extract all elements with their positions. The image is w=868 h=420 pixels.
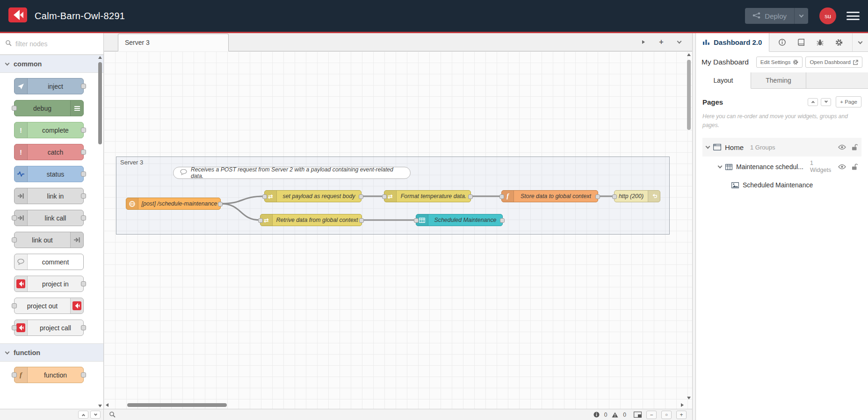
output-port[interactable]: [81, 149, 86, 155]
scroll-right-arrow[interactable]: [681, 403, 684, 407]
navigator-toggle-button[interactable]: [634, 412, 642, 418]
flow-node-ui-table[interactable]: Scheduled Maintenance: [416, 214, 503, 226]
zoom-reset-button[interactable]: ○: [661, 411, 672, 419]
palette-node-complete[interactable]: ! complete: [14, 122, 84, 138]
palette-node-link-call[interactable]: link call: [14, 210, 84, 226]
expand-all-button[interactable]: [821, 98, 831, 106]
flow-node-http-response[interactable]: http (200): [614, 190, 660, 202]
input-port[interactable]: [414, 218, 419, 223]
output-port[interactable]: [81, 325, 86, 330]
settings-gear-icon[interactable]: [833, 36, 845, 49]
palette-node-function[interactable]: f function: [14, 367, 84, 383]
scroll-down-arrow[interactable]: [98, 405, 102, 407]
palette-node-inject[interactable]: inject: [14, 78, 84, 94]
palette-category-function[interactable]: function: [0, 343, 103, 362]
edit-settings-button[interactable]: Edit Settings: [756, 57, 803, 68]
collapse-all-button[interactable]: [808, 98, 818, 106]
palette-node-link-in[interactable]: link in: [14, 188, 84, 204]
scrollbar-thumb[interactable]: [98, 62, 102, 144]
add-page-button[interactable]: + Page: [836, 96, 861, 107]
flow-node-format-temperature[interactable]: ⇄ Format temperature data.: [384, 190, 471, 202]
scroll-down-arrow[interactable]: [687, 397, 691, 399]
user-avatar[interactable]: su: [819, 7, 836, 24]
output-port[interactable]: [359, 194, 363, 199]
flow-node-http-in[interactable]: [post] /schedule-maintenance: [126, 198, 221, 210]
scroll-tabs-right-icon[interactable]: [638, 36, 649, 48]
flow-node-retrieve-global-context[interactable]: ⇄ Retrive data from global context: [260, 214, 362, 226]
help-book-icon[interactable]: [795, 36, 807, 49]
sidebar-menu-caret[interactable]: [852, 33, 868, 51]
lock-open-icon[interactable]: [852, 144, 858, 150]
collapse-all-categories-button[interactable]: [78, 411, 88, 419]
output-port[interactable]: [218, 202, 223, 206]
input-port[interactable]: [382, 194, 387, 199]
input-port[interactable]: [258, 218, 263, 223]
zoom-in-button[interactable]: +: [676, 411, 687, 419]
input-port[interactable]: [12, 215, 17, 221]
output-port[interactable]: [81, 372, 86, 377]
output-port[interactable]: [359, 218, 364, 223]
output-port[interactable]: [81, 281, 86, 286]
palette-category-common[interactable]: common: [0, 55, 103, 73]
search-flows-button[interactable]: [109, 412, 116, 418]
tree-row-widget-scheduled-maintenance[interactable]: Scheduled Maintenance: [702, 177, 861, 193]
flow-canvas[interactable]: Server 3 Receives a POST request from Se…: [104, 51, 692, 409]
flow-node-store-global-context[interactable]: f Store data to global context: [501, 190, 598, 202]
scroll-up-arrow[interactable]: [687, 53, 691, 56]
expand-all-categories-button[interactable]: [90, 411, 101, 419]
deploy-options-caret[interactable]: [794, 8, 808, 24]
canvas-vertical-scrollbar[interactable]: [686, 51, 692, 401]
flow-node-set-payload[interactable]: ⇄ set payload as request body: [264, 190, 362, 202]
tab-theming[interactable]: Theming: [751, 72, 806, 88]
output-port[interactable]: [81, 215, 86, 221]
add-flow-button[interactable]: +: [656, 36, 667, 48]
palette-node-project-in[interactable]: project in: [14, 276, 84, 292]
input-port[interactable]: [12, 237, 17, 242]
tab-dashboard-2[interactable]: Dashboard 2.0: [696, 33, 769, 52]
zoom-out-button[interactable]: −: [646, 411, 657, 419]
input-port[interactable]: [612, 194, 617, 199]
debug-bug-icon[interactable]: [814, 36, 826, 49]
palette-node-comment[interactable]: comment: [14, 254, 84, 270]
scrollbar-thumb[interactable]: [127, 403, 227, 407]
output-port[interactable]: [468, 194, 473, 199]
main-menu-icon[interactable]: [846, 11, 860, 21]
scroll-left-arrow[interactable]: [106, 403, 108, 407]
deploy-button[interactable]: Deploy: [745, 8, 808, 24]
chevron-down-icon[interactable]: [706, 144, 710, 149]
output-port[interactable]: [81, 128, 86, 133]
eye-visibility-icon[interactable]: [838, 144, 846, 150]
palette-scrollbar[interactable]: [97, 55, 103, 409]
flow-node-comment[interactable]: Receives a POST request from Server 2 wi…: [173, 167, 411, 179]
input-port[interactable]: [12, 106, 17, 111]
palette-node-debug[interactable]: debug: [14, 100, 84, 116]
lock-open-icon[interactable]: [852, 164, 858, 170]
info-tab-icon[interactable]: [776, 36, 788, 49]
input-port[interactable]: [262, 194, 267, 199]
wire[interactable]: [221, 196, 264, 204]
input-port[interactable]: [12, 325, 17, 330]
eye-visibility-icon[interactable]: [838, 164, 846, 170]
output-port[interactable]: [81, 171, 86, 177]
palette-node-project-out[interactable]: project out: [14, 298, 84, 314]
palette-search-input[interactable]: [15, 40, 98, 48]
wire[interactable]: [221, 204, 260, 220]
scrollbar-thumb[interactable]: [687, 60, 691, 130]
output-port[interactable]: [500, 218, 505, 223]
input-port[interactable]: [12, 303, 17, 308]
tree-row-page-home[interactable]: Home 1 Groups: [702, 138, 861, 157]
tree-row-group-maintenance[interactable]: Maintenance schedul... 1 Widgets: [702, 157, 861, 177]
input-port[interactable]: [12, 372, 17, 377]
flow-list-button[interactable]: [673, 36, 685, 48]
output-port[interactable]: [595, 194, 600, 199]
input-port[interactable]: [499, 194, 504, 199]
palette-node-link-out[interactable]: link out: [14, 232, 84, 248]
scroll-up-arrow[interactable]: [98, 56, 102, 59]
tab-server-3[interactable]: Server 3: [118, 34, 229, 51]
canvas-horizontal-scrollbar[interactable]: [104, 401, 686, 409]
sidebar-resize-handle[interactable]: [692, 33, 696, 420]
palette-node-catch[interactable]: ! catch: [14, 144, 84, 160]
output-port[interactable]: [81, 193, 86, 199]
tab-layout[interactable]: Layout: [696, 72, 751, 89]
palette-node-status[interactable]: status: [14, 166, 84, 182]
